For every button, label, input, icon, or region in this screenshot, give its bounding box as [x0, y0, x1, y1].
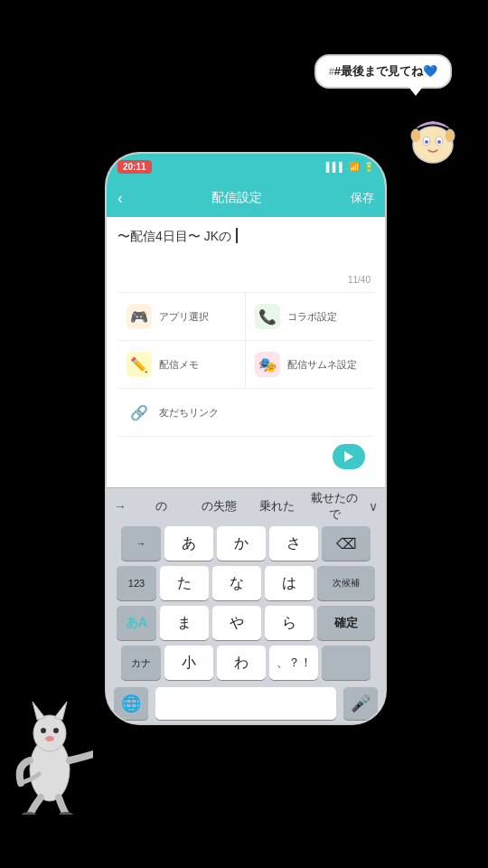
key-ya[interactable]: や [212, 606, 261, 640]
suggestion-chevron-down-icon[interactable]: ∨ [363, 499, 378, 514]
friend-link-icon: 🔗 [127, 400, 152, 425]
svg-marker-10 [33, 702, 45, 720]
start-button[interactable] [333, 444, 365, 469]
keyboard-row-1: → あ か さ ⌫ [107, 524, 385, 563]
key-na[interactable]: な [212, 566, 261, 600]
suggestion-item-4[interactable]: 載せたので [305, 490, 363, 523]
stream-title-input[interactable]: 〜配信4日目〜 JKの [117, 228, 374, 275]
memo-label: 配信メモ [159, 358, 199, 372]
status-icons: ▌▌▌ 📶 🔋 [326, 162, 374, 172]
wolf-character [7, 684, 93, 818]
key-ra[interactable]: ら [265, 606, 314, 640]
svg-point-12 [41, 728, 46, 733]
key-ha[interactable]: は [265, 566, 314, 600]
play-icon [342, 449, 356, 464]
wolf-icon [7, 684, 93, 815]
collab-option[interactable]: 📞 コラボ設定 [246, 293, 374, 341]
key-ko[interactable]: 小 [164, 646, 213, 680]
key-sa[interactable]: さ [269, 526, 318, 561]
header-title: 配信設定 [211, 190, 262, 206]
stream-title-text: 〜配信4日目〜 JKの [117, 229, 231, 243]
svg-point-5 [411, 129, 420, 142]
key-ka[interactable]: か [217, 526, 266, 561]
content-area: 〜配信4日目〜 JKの 11/40 🎮 アプリ選択 📞 コラボ設定 ✏️ 配信メ… [107, 217, 385, 487]
keyboard: → あ か さ ⌫ 123 た な は 次候補 あA ま や ら 確定 カナ 小… [107, 524, 385, 723]
suggestion-left-arrow: → [114, 499, 132, 514]
app-select-option[interactable]: 🎮 アプリ選択 [117, 293, 246, 341]
cursor [232, 228, 238, 243]
key-next-candidate[interactable]: 次候補 [317, 566, 375, 600]
svg-point-4 [437, 140, 441, 144]
key-a[interactable]: あ [164, 526, 213, 561]
svg-point-6 [446, 129, 455, 142]
suggestion-item-2[interactable]: の失態 [190, 498, 248, 514]
app-header: ‹ 配信設定 保存 [107, 179, 385, 217]
svg-marker-7 [344, 451, 353, 462]
thumbnail-label: 配信サムネ設定 [287, 358, 357, 372]
key-ta[interactable]: た [160, 566, 209, 600]
character-icon [407, 116, 459, 168]
key-delete[interactable]: ⌫ [322, 526, 371, 561]
keyboard-row-3: あA ま や ら 確定 [107, 603, 385, 643]
status-time: 20:11 [117, 160, 152, 174]
wifi-icon: 📶 [349, 162, 360, 172]
svg-point-13 [53, 728, 59, 733]
suggestion-item-1[interactable]: の [132, 498, 190, 514]
svg-point-3 [425, 140, 428, 144]
keyboard-bottom-row: 🌐 🎤 [107, 683, 385, 723]
friend-link-option[interactable]: 🔗 友だちリンク [117, 389, 374, 437]
globe-button[interactable]: 🌐 [114, 687, 148, 720]
app-select-icon: 🎮 [127, 304, 152, 329]
svg-marker-11 [54, 702, 67, 720]
char-count: 11/40 [117, 275, 374, 292]
phone-frame: 20:11 ▌▌▌ 📶 🔋 ‹ 配信設定 保存 〜配信4日目〜 JKの 11/4… [107, 154, 385, 723]
space-key[interactable] [155, 687, 336, 720]
back-button[interactable]: ‹ [117, 189, 123, 208]
battery-icon: 🔋 [363, 162, 374, 172]
collab-label: コラボ設定 [287, 310, 337, 324]
key-ma[interactable]: ま [160, 606, 209, 640]
status-bar: 20:11 ▌▌▌ 📶 🔋 [107, 154, 385, 179]
key-punct[interactable]: 、？！ [269, 646, 318, 680]
options-grid: 🎮 アプリ選択 📞 コラボ設定 ✏️ 配信メモ 🎭 配信サムネ設定 [117, 292, 374, 389]
save-button[interactable]: 保存 [351, 190, 374, 206]
character-avatar [407, 116, 459, 172]
suggestion-item-3[interactable]: 乗れた [248, 498, 305, 514]
keyboard-row-2: 123 た な は 次候補 [107, 563, 385, 603]
key-kana[interactable]: カナ [121, 646, 161, 680]
thumbnail-option[interactable]: 🎭 配信サムネ設定 [246, 341, 374, 389]
key-confirm[interactable]: 確定 [317, 606, 375, 640]
signal-icon: ▌▌▌ [326, 162, 345, 172]
memo-icon: ✏️ [127, 352, 152, 377]
start-area [117, 437, 374, 476]
key-empty [322, 646, 371, 680]
collab-icon: 📞 [255, 304, 280, 329]
app-select-label: アプリ選択 [159, 310, 209, 324]
suggestion-bar: → の の失態 乗れた 載せたので ∨ [107, 487, 385, 524]
speech-bubble: ##最後まで見てね💙 [314, 54, 452, 89]
key-123[interactable]: 123 [117, 566, 156, 600]
memo-option[interactable]: ✏️ 配信メモ [117, 341, 246, 389]
svg-point-9 [33, 715, 66, 751]
key-aa[interactable]: あA [117, 606, 156, 640]
key-wa[interactable]: わ [217, 646, 266, 680]
mic-button[interactable]: 🎤 [343, 687, 378, 720]
key-arrow[interactable]: → [121, 526, 161, 561]
thumbnail-icon: 🎭 [255, 352, 280, 377]
keyboard-row-4: カナ 小 わ 、？！ [107, 643, 385, 683]
friend-link-label: 友だちリンク [159, 406, 219, 420]
bubble-text: #最後まで見てね💙 [334, 64, 437, 78]
svg-point-14 [45, 736, 54, 741]
